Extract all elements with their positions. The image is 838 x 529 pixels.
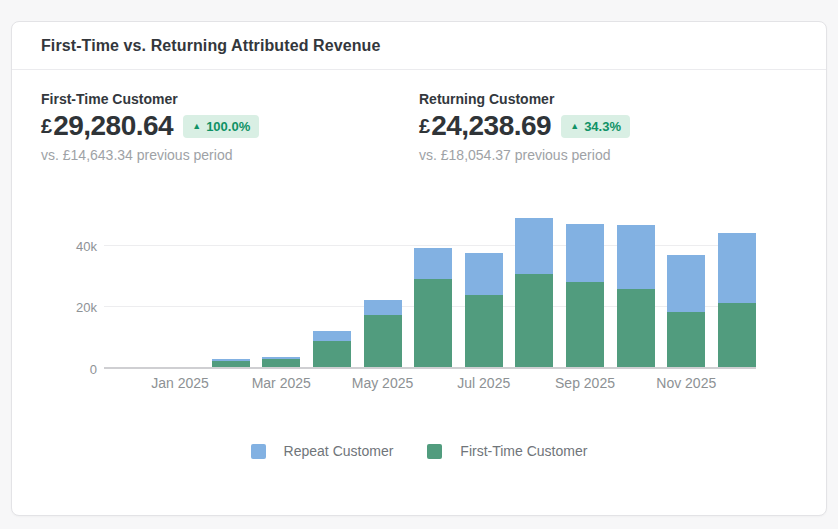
x-tick-slot <box>313 375 351 393</box>
revenue-card: First-Time vs. Returning Attributed Reve… <box>11 21 827 516</box>
stacked-bar[interactable] <box>364 300 402 369</box>
y-tick-label: 0 <box>90 363 97 376</box>
x-tick-label: Jan 2025 <box>151 375 209 391</box>
legend-label: First-Time Customer <box>460 443 587 459</box>
x-tick-slot: Jan 2025 <box>161 375 199 393</box>
stat-first-time: First-Time Customer £ 29,280.64 ▲ 100.0%… <box>41 91 419 163</box>
bar-segment[interactable] <box>414 248 452 279</box>
x-tick-label: May 2025 <box>352 375 413 391</box>
bar-segment[interactable] <box>414 279 452 369</box>
bar-segment[interactable] <box>465 253 503 294</box>
up-arrow-icon: ▲ <box>192 122 201 131</box>
stat-label: First-Time Customer <box>41 91 419 107</box>
change-badge: ▲ 100.0% <box>183 115 259 138</box>
x-tick-slot <box>515 375 553 393</box>
stacked-bar[interactable] <box>515 218 553 369</box>
change-badge: ▲ 34.3% <box>561 115 630 138</box>
bar-segment[interactable] <box>515 218 553 274</box>
x-tick-slot: Jul 2025 <box>465 375 503 393</box>
y-tick-label: 20k <box>76 301 97 314</box>
x-tick-slot: May 2025 <box>364 375 402 393</box>
stat-value: 29,280.64 <box>53 110 173 142</box>
stacked-bar[interactable] <box>566 224 604 369</box>
up-arrow-icon: ▲ <box>570 122 579 131</box>
stacked-bar[interactable] <box>718 233 756 369</box>
bar-segment[interactable] <box>313 331 351 341</box>
stacked-bar[interactable] <box>414 248 452 369</box>
bar-segment[interactable] <box>617 225 655 290</box>
bar-segment[interactable] <box>667 255 705 312</box>
stat-value-row: £ 24,238.69 ▲ 34.3% <box>419 110 797 142</box>
stacked-bar[interactable] <box>617 225 655 369</box>
stats-row: First-Time Customer £ 29,280.64 ▲ 100.0%… <box>12 70 826 163</box>
change-value: 100.0% <box>206 119 250 134</box>
legend-item[interactable]: First-Time Customer <box>427 443 587 459</box>
stat-returning: Returning Customer £ 24,238.69 ▲ 34.3% v… <box>419 91 797 163</box>
bar-segment[interactable] <box>515 274 553 369</box>
bar-segment[interactable] <box>566 282 604 369</box>
bar-segment[interactable] <box>617 289 655 369</box>
bar-segment[interactable] <box>313 341 351 369</box>
x-axis: Jan 2025Mar 2025May 2025Jul 2025Sep 2025… <box>161 375 756 393</box>
stat-comparison: vs. £14,643.34 previous period <box>41 147 419 163</box>
plot-area: Jan 2025Mar 2025May 2025Jul 2025Sep 2025… <box>104 209 756 369</box>
x-tick-slot: Nov 2025 <box>667 375 705 393</box>
currency-symbol: £ <box>41 115 52 138</box>
bar-segment[interactable] <box>364 300 402 315</box>
bar-segment[interactable] <box>566 224 604 282</box>
bar-segment[interactable] <box>718 233 756 303</box>
card-title: First-Time vs. Returning Attributed Reve… <box>41 37 797 55</box>
x-tick-slot: Mar 2025 <box>262 375 300 393</box>
x-tick-slot <box>718 375 756 393</box>
stacked-bar[interactable] <box>313 331 351 369</box>
x-tick-label: Mar 2025 <box>252 375 311 391</box>
chart-section: 020k40k Jan 2025Mar 2025May 2025Jul 2025… <box>12 209 826 369</box>
x-tick-slot <box>212 375 250 393</box>
stat-value-row: £ 29,280.64 ▲ 100.0% <box>41 110 419 142</box>
chart-legend: Repeat CustomerFirst-Time Customer <box>12 443 826 459</box>
stat-label: Returning Customer <box>419 91 797 107</box>
x-tick-label: Jul 2025 <box>457 375 510 391</box>
x-tick-slot <box>617 375 655 393</box>
stacked-bar[interactable] <box>667 255 705 369</box>
card-header: First-Time vs. Returning Attributed Reve… <box>12 22 826 70</box>
stat-comparison: vs. £18,054.37 previous period <box>419 147 797 163</box>
bar-segment[interactable] <box>465 295 503 369</box>
legend-swatch-icon <box>427 444 442 459</box>
legend-label: Repeat Customer <box>284 443 394 459</box>
currency-symbol: £ <box>419 115 430 138</box>
bar-segment[interactable] <box>667 312 705 369</box>
bar-segment[interactable] <box>718 303 756 369</box>
bar-segment[interactable] <box>364 315 402 369</box>
legend-swatch-icon <box>251 444 266 459</box>
stat-value: 24,238.69 <box>431 110 551 142</box>
x-tick-slot: Sep 2025 <box>566 375 604 393</box>
x-tick-label: Sep 2025 <box>555 375 615 391</box>
stacked-bar[interactable] <box>465 253 503 369</box>
zero-axis-line <box>104 367 756 369</box>
y-axis: 020k40k <box>38 209 104 369</box>
change-value: 34.3% <box>584 119 621 134</box>
x-tick-label: Nov 2025 <box>656 375 716 391</box>
x-tick-slot <box>414 375 452 393</box>
legend-item[interactable]: Repeat Customer <box>251 443 394 459</box>
y-tick-label: 40k <box>76 239 97 252</box>
